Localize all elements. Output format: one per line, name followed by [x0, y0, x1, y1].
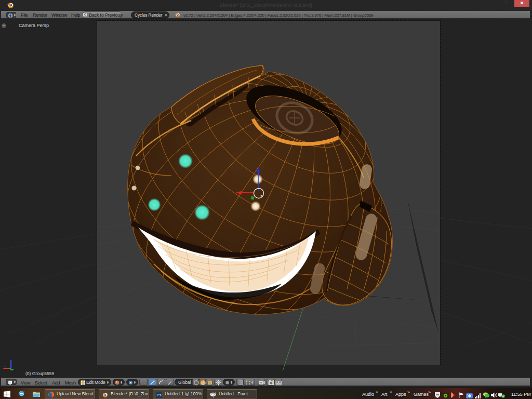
svg-text:Ps: Ps — [157, 393, 162, 397]
svg-text:x: x — [4, 365, 6, 368]
